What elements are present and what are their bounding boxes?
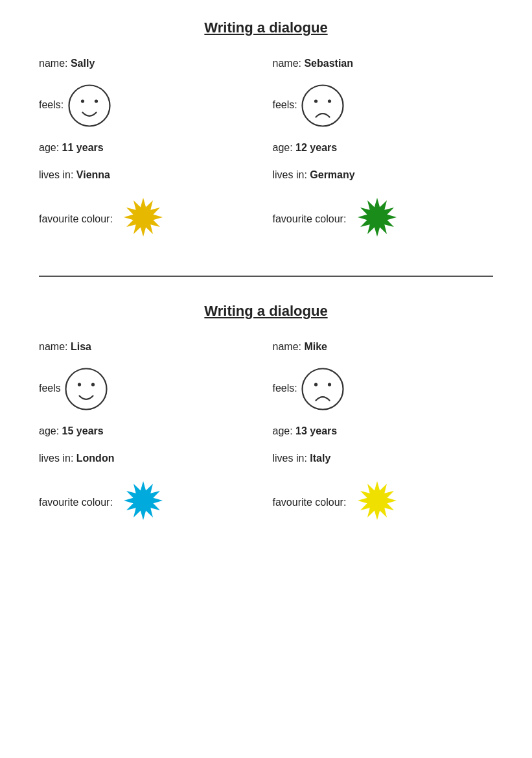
svg-point-11 — [328, 383, 331, 386]
lisa-age-field: age: 15 years — [39, 423, 260, 439]
section-1: Writing a dialoguename: Sallyfeels: age:… — [0, 0, 532, 269]
section-divider — [39, 276, 493, 277]
sally-name-field: name: Sally — [39, 56, 260, 71]
svg-point-3 — [303, 86, 343, 126]
sebastian-age-value: 12 years — [295, 142, 337, 153]
mike-lives-field: lives in: Italy — [273, 451, 494, 466]
mike-colour-field: favourite colour: — [273, 478, 494, 528]
sebastian-feels-field: feels: — [273, 83, 494, 128]
lisa-name-field: name: Lisa — [39, 339, 260, 355]
lisa-age-value: 15 years — [62, 425, 104, 436]
sebastian-feels-label: feels: — [273, 99, 301, 110]
lisa-age-label: age: — [39, 425, 62, 436]
lisa-lives-value: London — [76, 453, 115, 464]
svg-point-8 — [91, 383, 95, 386]
sebastian-face — [300, 83, 345, 128]
section-title-1: Writing a dialogue — [39, 19, 493, 36]
sebastian-colour-star — [354, 195, 400, 244]
sebastian-colour-label: favourite colour: — [273, 213, 349, 224]
sebastian-age-label: age: — [273, 142, 296, 153]
lisa-lives-label: lives in: — [39, 453, 76, 464]
mike-feels-field: feels: — [273, 366, 494, 412]
mike-age-value: 13 years — [295, 425, 337, 436]
sally-age-field: age: 11 years — [39, 140, 260, 156]
character-sally: name: Sallyfeels: age: 11 yearslives in:… — [39, 56, 260, 256]
sally-name-value: Sally — [71, 58, 95, 69]
sally-feels-field: feels: — [39, 83, 260, 128]
mike-face — [300, 366, 345, 412]
section-title-2: Writing a dialogue — [39, 303, 493, 320]
sebastian-colour-field: favourite colour: — [273, 195, 494, 244]
character-lisa: name: Lisafeels age: 15 yearslives in: L… — [39, 339, 260, 539]
lisa-name-label: name: — [39, 341, 71, 352]
lisa-face — [64, 366, 109, 412]
svg-point-1 — [81, 99, 84, 102]
mike-age-field: age: 13 years — [273, 423, 494, 439]
lisa-name-value: Lisa — [71, 341, 91, 352]
svg-point-5 — [328, 99, 331, 102]
sally-lives-value: Vienna — [76, 169, 110, 180]
sebastian-lives-label: lives in: — [273, 169, 310, 180]
lisa-lives-field: lives in: London — [39, 451, 260, 466]
lisa-colour-label: favourite colour: — [39, 497, 115, 508]
svg-point-9 — [303, 369, 343, 410]
svg-point-10 — [314, 383, 318, 386]
svg-point-0 — [69, 86, 110, 126]
mike-name-label: name: — [273, 341, 305, 352]
sebastian-name-field: name: Sebastian — [273, 56, 494, 71]
mike-feels-label: feels: — [273, 383, 301, 394]
mike-name-field: name: Mike — [273, 339, 494, 355]
svg-point-4 — [314, 99, 318, 102]
sebastian-lives-field: lives in: Germany — [273, 167, 494, 183]
character-mike: name: Mikefeels: age: 13 yearslives in: … — [273, 339, 494, 539]
svg-point-7 — [78, 383, 81, 386]
sally-name-label: name: — [39, 58, 71, 69]
sally-colour-field: favourite colour: — [39, 195, 260, 244]
lisa-feels-field: feels — [39, 366, 260, 412]
svg-point-6 — [66, 369, 107, 410]
sebastian-name-label: name: — [273, 58, 305, 69]
sally-lives-field: lives in: Vienna — [39, 167, 260, 183]
sally-lives-label: lives in: — [39, 169, 76, 180]
section-2: Writing a dialoguename: Lisafeels age: 1… — [0, 283, 532, 552]
mike-lives-value: Italy — [310, 453, 330, 464]
characters-row-1: name: Sallyfeels: age: 11 yearslives in:… — [39, 56, 493, 256]
sally-face — [67, 83, 112, 128]
lisa-feels-label: feels — [39, 383, 64, 394]
sebastian-name-value: Sebastian — [304, 58, 353, 69]
sebastian-age-field: age: 12 years — [273, 140, 494, 156]
sebastian-lives-value: Germany — [310, 169, 354, 180]
sally-feels-label: feels: — [39, 99, 67, 110]
character-sebastian: name: Sebastianfeels: age: 12 yearslives… — [273, 56, 494, 256]
mike-lives-label: lives in: — [273, 453, 310, 464]
sally-colour-label: favourite colour: — [39, 213, 115, 224]
sally-colour-star — [121, 195, 166, 244]
sally-age-label: age: — [39, 142, 62, 153]
characters-row-2: name: Lisafeels age: 15 yearslives in: L… — [39, 339, 493, 539]
mike-colour-label: favourite colour: — [273, 497, 349, 508]
lisa-colour-field: favourite colour: — [39, 478, 260, 528]
svg-point-2 — [95, 99, 98, 102]
mike-name-value: Mike — [304, 341, 327, 352]
lisa-colour-star — [121, 478, 166, 528]
sally-age-value: 11 years — [62, 142, 104, 153]
mike-colour-star — [354, 478, 400, 528]
mike-age-label: age: — [273, 425, 296, 436]
